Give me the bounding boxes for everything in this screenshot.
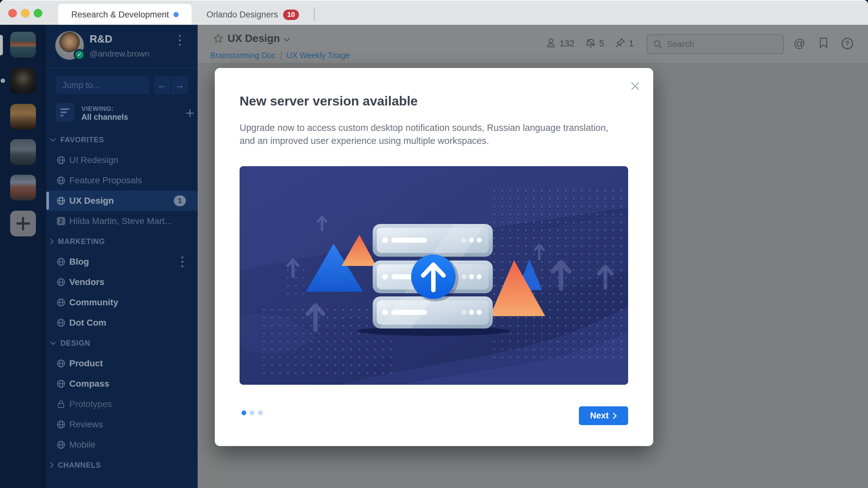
channel-label: Feature Proposals	[69, 175, 142, 186]
stat-snoozed-bell[interactable]: 5	[585, 37, 604, 50]
close-icon[interactable]	[630, 81, 641, 93]
members-icon	[546, 37, 556, 50]
golden-gate-workspace[interactable]	[10, 32, 36, 58]
user-avatar[interactable]: ✓	[55, 31, 84, 60]
pager-dot-2[interactable]	[250, 410, 254, 415]
section-label: MARKETING	[58, 237, 105, 246]
add-workspace-button[interactable]	[10, 211, 36, 236]
channel-list: FAVORITESUI RedesignFeature ProposalsUX …	[46, 130, 197, 475]
zoom-window-button[interactable]	[34, 9, 42, 18]
user-handle: @andrew.brown	[90, 49, 149, 59]
section-label: FAVORITES	[60, 136, 104, 144]
online-check-badge-icon: ✓	[74, 49, 85, 60]
add-channel-button[interactable]: +	[186, 104, 194, 122]
tab-label: Orlando Designers	[207, 10, 278, 20]
pager-dot-1[interactable]	[242, 410, 246, 415]
globe-icon	[56, 155, 66, 165]
snoozed-bell-icon	[585, 37, 596, 50]
sidebar-item-hilda-martin-steve-mart[interactable]: 2Hilda Martin, Steve Mart...	[46, 211, 197, 231]
globe-icon	[56, 420, 66, 429]
channel-header: UX Design Brainstorming Doc UX Weekly Tr…	[197, 25, 868, 64]
active-workspace-indicator	[0, 35, 3, 55]
section-header-channels[interactable]: CHANNELS	[46, 455, 197, 475]
upgrade-illustration	[240, 166, 628, 385]
sidebar-item-mobile[interactable]: Mobile	[46, 435, 197, 455]
cathedral-workspace[interactable]	[10, 68, 36, 93]
carousel-pager	[242, 410, 263, 415]
mentions-icon[interactable]: @	[794, 37, 805, 50]
brainstorming-doc-link[interactable]: Brainstorming Doc	[210, 51, 276, 60]
close-window-button[interactable]	[8, 9, 17, 18]
globe-icon	[56, 176, 66, 185]
channel-label: Mobile	[69, 440, 95, 450]
section-header-design[interactable]: DESIGN	[46, 333, 197, 353]
sidebar-item-ux-design[interactable]: UX Design1	[46, 191, 197, 211]
search-input[interactable]	[667, 39, 769, 49]
sidebar-item-reviews[interactable]: Reviews	[46, 414, 197, 435]
window-tab-bar: Research & Development Orlando Designers…	[0, 0, 868, 25]
app-window: Research & Development Orlando Designers…	[0, 0, 868, 488]
globe-icon	[56, 257, 66, 267]
favorite-star-icon[interactable]	[213, 33, 224, 45]
sidebar-item-vendors[interactable]: Vendors	[46, 272, 197, 292]
sidebar-item-compass[interactable]: Compass	[46, 374, 197, 394]
globe-icon	[56, 298, 66, 307]
tab-unread-badge: 10	[283, 9, 299, 20]
saved-items-icon[interactable]	[819, 37, 828, 50]
history-back-button[interactable]: ←	[153, 76, 170, 94]
section-label: DESIGN	[60, 339, 90, 347]
sidebar: ✓ R&D @andrew.brown ← → VIEWING: All cha…	[46, 25, 197, 488]
lock-icon	[56, 399, 66, 409]
channel-label: Community	[69, 297, 118, 308]
unread-dot-icon	[174, 12, 179, 17]
help-icon[interactable]: ?	[842, 38, 853, 49]
sidebar-item-prototypes[interactable]: Prototypes	[46, 394, 197, 414]
channel-label: Product	[69, 358, 103, 369]
red-building-workspace[interactable]	[10, 175, 36, 201]
pager-dot-3[interactable]	[258, 410, 263, 415]
channel-label: Blog	[69, 257, 89, 267]
tab-research-development[interactable]: Research & Development	[58, 4, 192, 25]
profile-header: ✓ R&D @andrew.brown	[46, 25, 197, 68]
sidebar-item-feature-proposals[interactable]: Feature Proposals	[46, 170, 197, 191]
workspace-unread-dot	[1, 79, 5, 83]
sunset-city-workspace[interactable]	[10, 104, 36, 130]
stat-pin[interactable]: 1	[615, 37, 634, 50]
history-forward-button[interactable]: →	[171, 76, 188, 94]
channel-menu-button[interactable]	[181, 256, 183, 267]
workspace-menu-button[interactable]	[179, 35, 181, 46]
next-label: Next	[590, 411, 609, 421]
globe-icon	[56, 379, 66, 389]
next-button[interactable]: Next	[579, 406, 628, 425]
channel-label: Reviews	[69, 419, 103, 430]
section-header-marketing[interactable]: MARKETING	[46, 231, 197, 252]
active-indicator	[46, 192, 49, 210]
tab-label: Research & Development	[71, 10, 169, 20]
chevron-down-icon	[283, 37, 290, 43]
section-label: CHANNELS	[58, 461, 101, 469]
divider	[46, 68, 197, 68]
channel-title[interactable]: UX Design	[227, 32, 280, 44]
sidebar-item-ui-redesign[interactable]: UI Redesign	[46, 150, 197, 170]
viewing-filter[interactable]: VIEWING: All channels +	[56, 103, 188, 122]
sidebar-item-community[interactable]: Community	[46, 292, 197, 313]
stat-members[interactable]: 132	[546, 37, 575, 50]
chevron-right-icon	[613, 413, 617, 419]
search-box[interactable]	[647, 34, 784, 54]
channel-label: Compass	[69, 379, 109, 389]
search-icon	[653, 39, 662, 49]
section-header-favorites[interactable]: FAVORITES	[46, 130, 197, 150]
sidebar-item-blog[interactable]: Blog	[46, 252, 197, 272]
city-street-workspace[interactable]	[10, 139, 36, 165]
stat-value: 5	[599, 38, 604, 49]
sidebar-item-dot-com[interactable]: Dot Com	[46, 313, 197, 333]
workspace-name: R&D	[90, 33, 113, 45]
minimize-window-button[interactable]	[21, 9, 30, 18]
globe-icon	[56, 196, 66, 206]
channel-label: UI Redesign	[69, 155, 118, 165]
modal-body-text: Upgrade now to access custom desktop not…	[240, 121, 615, 147]
sidebar-item-product[interactable]: Product	[46, 353, 197, 374]
jump-to-input[interactable]	[56, 76, 149, 94]
ux-weekly-triage-link[interactable]: UX Weekly Triage	[286, 51, 350, 60]
tab-orlando-designers[interactable]: Orlando Designers 10	[200, 4, 305, 25]
